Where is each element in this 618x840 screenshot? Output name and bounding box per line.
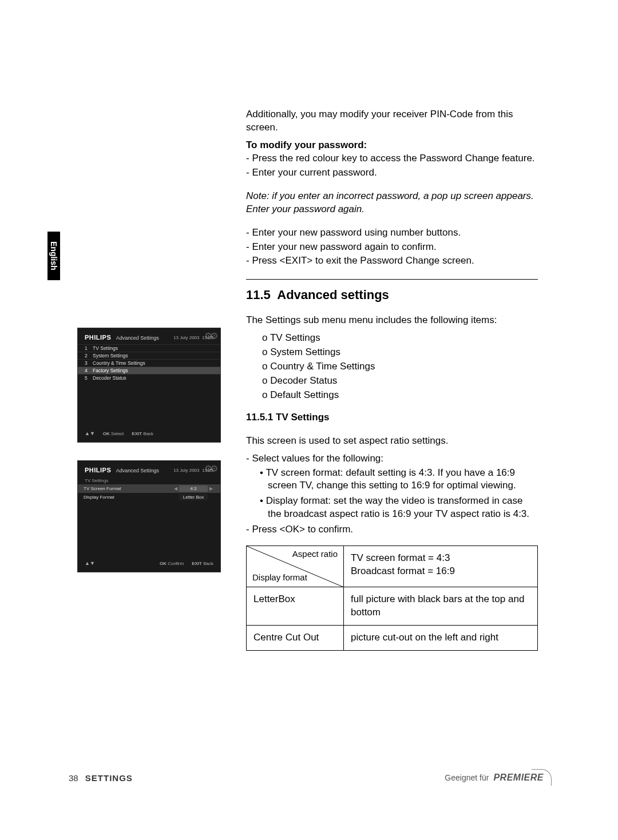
press-ok-line: Press <OK> to confirm.	[254, 523, 538, 536]
list-item: System Settings	[262, 346, 538, 359]
diag-top-label: Aspect ratio	[292, 548, 338, 560]
menu-row: 4Factory Settings	[78, 367, 220, 374]
ss2-brand: PHILIPS	[85, 467, 111, 473]
left-arrow-icon: ◀	[172, 486, 179, 491]
table-header-right: TV screen format = 4:3 Broadcast format …	[344, 546, 538, 587]
list-item: Decoder Status	[262, 375, 538, 388]
subsection-number: 11.5.1	[246, 412, 273, 423]
list-item: Enter your current password.	[254, 166, 538, 180]
section-number: 11.5	[246, 288, 271, 302]
ss2-opt2-label: Display Format	[84, 495, 172, 500]
ss1-ok: OK	[103, 431, 110, 436]
letterbox-label: LetterBox	[247, 587, 344, 626]
list-item: TV screen format: default setting is 4:3…	[268, 467, 538, 493]
ss2-opt2-val: Letter Box	[179, 494, 208, 500]
ss1-footer: ▲▼ OK Select EXIT Back	[78, 428, 220, 439]
table-header-diagonal: Aspect ratio Display format	[247, 546, 344, 587]
ss1-title: Advanced Settings	[116, 335, 159, 341]
select-values-line: Select values for the following:	[254, 452, 538, 465]
subsection-heading: 11.5.1 TV Settings	[246, 411, 538, 424]
updown-icon: ▲▼	[85, 560, 95, 566]
intro-text: Additionally, you may modify your receiv…	[246, 108, 538, 134]
menu-row: 2System Settings	[78, 352, 220, 359]
list-item: Press <EXIT> to exit the Password Change…	[254, 254, 538, 268]
page-footer: 38 SETTINGS Geeignet für PREMIERE	[69, 773, 549, 783]
ss2-sub: TV Settings	[78, 477, 220, 484]
modify-heading: To modify your password:	[246, 139, 538, 152]
ss1-exit: EXIT	[132, 431, 142, 436]
ss1-brand: PHILIPS	[85, 334, 111, 341]
list-item: Enter your new password using number but…	[254, 226, 538, 240]
menu-row: 5Decoder Status	[78, 374, 220, 381]
geeignet-label: Geeignet für	[445, 773, 489, 782]
screenshot-tv-settings: ⚙⚙ PHILIPS Advanced Settings 13 July 200…	[77, 460, 221, 572]
ss2-back: Back	[203, 561, 213, 566]
ss2-confirm: Confirm	[168, 561, 184, 566]
list-item: Default Settings	[262, 389, 538, 402]
tv-screen-format-line: TV screen format = 4:3	[351, 552, 450, 563]
page-number: 38	[69, 773, 78, 783]
updown-icon: ▲▼	[85, 431, 95, 436]
centre-cut-desc: picture cut-out on the left and right	[344, 626, 538, 651]
ss2-opt2: Display Format ◀ Letter Box ▶	[78, 493, 220, 501]
aspect-ratio-table: Aspect ratio Display format TV screen fo…	[246, 546, 538, 651]
broadcast-format-line: Broadcast format = 16:9	[351, 566, 455, 576]
note-text: Note: if you enter an incorrect password…	[246, 190, 538, 216]
ss2-opt1-label: TV Screen Format	[84, 486, 172, 491]
ss2-ok: OK	[160, 561, 167, 566]
ss1-back: Back	[143, 431, 153, 436]
ss2-date: 13 July 2003	[173, 468, 199, 473]
menu-row: 3Country & Time Settings	[78, 359, 220, 367]
list-item: Display format: set the way the video is…	[268, 495, 538, 521]
list-item: Country & Time Settings	[262, 360, 538, 373]
ss2-opt1: TV Screen Format ◀ 4:3 ▶	[78, 484, 220, 493]
gears-icon: ⚙⚙	[204, 331, 216, 341]
section-divider	[246, 279, 538, 280]
premiere-logo: PREMIERE	[493, 773, 549, 783]
right-arrow-icon: ▶	[208, 486, 215, 491]
footer-title: SETTINGS	[85, 773, 133, 783]
menu-row: 1TV Settings	[78, 344, 220, 352]
subsection-title: TV Settings	[276, 412, 330, 423]
section-heading: 11.5 Advanced settings	[246, 286, 538, 304]
diag-bot-label: Display format	[252, 572, 307, 583]
ss2-exit: EXIT	[192, 561, 202, 566]
ss2-opt1-val: 4:3	[179, 485, 208, 492]
gears-icon: ⚙⚙	[204, 463, 216, 474]
main-content: Additionally, you may modify your receiv…	[246, 108, 538, 651]
screenshot-advanced-settings: ⚙⚙ PHILIPS Advanced Settings 13 July 200…	[77, 328, 221, 443]
ss1-date: 13 July 2003	[173, 335, 199, 340]
ss2-footer: ▲▼ OK Confirm EXIT Back	[78, 558, 220, 568]
list-item: Press the red colour key to access the P…	[254, 152, 538, 165]
section-intro: The Settings sub menu menu includes the …	[246, 314, 538, 327]
list-item: TV Settings	[262, 332, 538, 345]
section-title: Advanced settings	[277, 288, 389, 302]
list-item: Enter your new password again to confirm…	[254, 241, 538, 254]
ss2-title: Advanced Settings	[116, 468, 159, 473]
ss1-select: Select	[111, 431, 124, 436]
language-tab: English	[47, 232, 60, 280]
subsection-intro: This screen is used to set aspect ratio …	[246, 435, 538, 448]
letterbox-desc: full picture with black bars at the top …	[344, 587, 538, 626]
centre-cut-label: Centre Cut Out	[247, 626, 344, 651]
